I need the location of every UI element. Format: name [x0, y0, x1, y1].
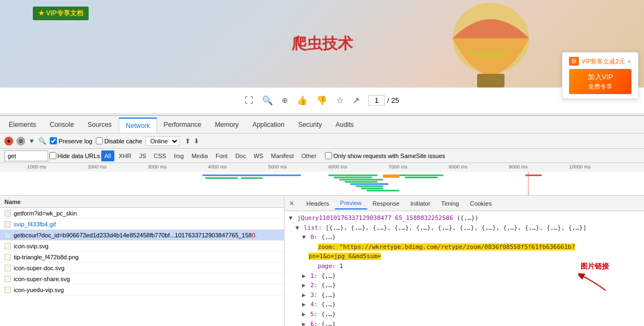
expand-item0[interactable]: ▼: [302, 234, 306, 241]
item2-brace: {,…}: [321, 282, 336, 289]
req-bar-8: [350, 183, 388, 185]
detail-tab-headers[interactable]: Headers: [301, 198, 335, 209]
detail-tab-initiator[interactable]: Initiator: [405, 198, 436, 209]
filter-type-css[interactable]: CSS: [150, 150, 170, 161]
clear-button[interactable]: ⊘: [16, 137, 25, 145]
req-bar-13: [405, 177, 438, 178]
timeline-requests: [0, 172, 644, 195]
export-icon[interactable]: ⬇: [194, 137, 199, 145]
file-name-5: icon-super-doc.svg: [14, 265, 280, 271]
file-item-2[interactable]: getbcsurl?doc_id=b906673ed1d233d4b14e852…: [0, 230, 284, 241]
annotation-text: 图片链接: [581, 261, 609, 271]
filter-type-ws[interactable]: WS: [250, 150, 266, 161]
filter-input[interactable]: [4, 150, 48, 161]
preserve-log-label[interactable]: Preserve log: [50, 137, 92, 144]
tab-audits[interactable]: Audits: [329, 118, 361, 132]
file-item-3[interactable]: icon-svip.svg: [0, 241, 284, 252]
zoom-value: "https://wkretype.bdimg.com/retype/zoom/…: [309, 243, 575, 260]
tab-console[interactable]: Console: [43, 118, 81, 132]
filter-type-font[interactable]: Font: [212, 150, 231, 161]
expand-item5[interactable]: ▶: [302, 311, 306, 318]
expand-item2[interactable]: ▶: [302, 282, 306, 289]
join-vip-button[interactable]: 加入VIP 免费专享: [569, 69, 631, 94]
zoom-key: zoom:: [318, 243, 340, 251]
share-icon[interactable]: ↗: [352, 95, 359, 106]
fullscreen-icon[interactable]: ⛶: [245, 96, 253, 106]
filter-type-js[interactable]: JS: [136, 150, 149, 161]
name-column-header: Name: [4, 199, 21, 205]
timeline-bar: 1000 ms 2000 ms 3000 ms 4000 ms 5000 ms …: [0, 163, 644, 196]
file-item-6[interactable]: icon-super-share.svg: [0, 273, 284, 284]
import-icon[interactable]: ⬆: [185, 137, 190, 145]
mark-3000: 3000 ms: [148, 164, 167, 170]
throttle-select[interactable]: Online: [146, 136, 179, 146]
expand-root[interactable]: ▼: [289, 214, 293, 222]
root-key: jQuery11010176337129038477 65_1588032252…: [297, 214, 453, 222]
filter-type-img[interactable]: Img: [171, 150, 187, 161]
expand-item4[interactable]: ▶: [302, 301, 306, 308]
vip-badge[interactable]: ★ VIP专享文档: [33, 7, 89, 20]
detail-tab-cookies[interactable]: Cookies: [465, 198, 497, 209]
json-root-row: ▼ jQuery11010176337129038477 65_15880322…: [289, 213, 640, 223]
disable-cache-checkbox[interactable]: [96, 137, 103, 144]
list-key: list:: [304, 224, 326, 231]
req-bar-12: [399, 174, 443, 176]
preserve-log-checkbox[interactable]: [50, 137, 57, 144]
page-current-input[interactable]: [368, 95, 385, 106]
expand-item1[interactable]: ▶: [302, 272, 306, 280]
tab-network[interactable]: Network: [119, 118, 157, 133]
req-bar-3: [241, 177, 263, 179]
expand-list[interactable]: ▼: [295, 224, 299, 231]
item0-key: 0:: [310, 234, 321, 241]
same-site-checkbox[interactable]: [325, 152, 332, 159]
file-icon-getbcsurl: [4, 232, 11, 238]
hide-data-urls-label[interactable]: Hide data URLs: [49, 152, 100, 159]
zoom-out-icon[interactable]: 🔍: [262, 95, 273, 106]
detail-tab-timing[interactable]: Timing: [436, 198, 465, 209]
file-name-6: icon-super-share.svg: [14, 276, 280, 282]
req-bar-timing: [383, 174, 399, 178]
thumb-up-icon[interactable]: 👍: [297, 95, 308, 106]
detail-tab-response[interactable]: Response: [367, 198, 405, 209]
req-bar-7: [345, 181, 378, 183]
page-total: 25: [391, 96, 399, 104]
file-list: getform?id=wk_pc_skin svip_f433fb4.gif g…: [0, 208, 284, 326]
req-bar-5: [334, 177, 372, 178]
expand-item6[interactable]: ▶: [302, 321, 306, 326]
toolbar-bar: ⛶ 🔍 ⊕ 👍 👎 ☆ ↗ / 25: [0, 88, 644, 114]
file-item-4[interactable]: tip-triangle_f472b8d.png: [0, 252, 284, 263]
file-item-5[interactable]: icon-super-doc.svg: [0, 263, 284, 273]
disable-cache-label[interactable]: Disable cache: [96, 137, 142, 144]
close-icon[interactable]: ×: [627, 57, 631, 66]
filter-type-manifest[interactable]: Manifest: [268, 150, 297, 161]
star-icon[interactable]: ☆: [336, 95, 344, 106]
tab-memory[interactable]: Memory: [208, 118, 246, 132]
detail-tab-preview[interactable]: Preview: [335, 197, 367, 209]
page-key: page:: [318, 263, 340, 270]
tab-sources[interactable]: Sources: [81, 118, 119, 132]
zoom-in-icon[interactable]: ⊕: [282, 96, 288, 104]
filter-type-xhr[interactable]: XHR: [115, 150, 135, 161]
file-item-7[interactable]: icon-yuedu-vip.svg: [0, 284, 284, 295]
file-item-0[interactable]: getform?id=wk_pc_skin: [0, 208, 284, 219]
tab-performance[interactable]: Performance: [157, 118, 208, 132]
same-site-label[interactable]: Only show requests with SameSite issues: [325, 152, 445, 159]
tab-elements[interactable]: Elements: [2, 118, 43, 132]
filter-type-doc[interactable]: Doc: [232, 150, 250, 161]
expand-item3[interactable]: ▶: [302, 292, 306, 299]
timeline-ruler: 1000 ms 2000 ms 3000 ms 4000 ms 5000 ms …: [0, 163, 644, 172]
filter-type-all[interactable]: All: [101, 150, 114, 161]
file-list-header: Name: [0, 196, 284, 208]
filter-type-other[interactable]: Other: [298, 150, 320, 161]
record-button[interactable]: ●: [4, 137, 13, 145]
hide-data-urls-checkbox[interactable]: [49, 152, 56, 159]
detail-content-wrapper: ▼ jQuery11010176337129038477 65_15880322…: [285, 211, 644, 326]
tab-application[interactable]: Application: [246, 118, 292, 132]
search-icon[interactable]: 🔍: [38, 137, 47, 145]
tab-security[interactable]: Security: [292, 118, 329, 132]
filter-icon[interactable]: ▼: [28, 137, 35, 145]
file-item-1[interactable]: svip_f433fb4.gif: [0, 219, 284, 230]
thumb-down-icon[interactable]: 👎: [316, 95, 327, 106]
filter-type-media[interactable]: Media: [188, 150, 211, 161]
detail-close-button[interactable]: ✕: [287, 199, 297, 208]
